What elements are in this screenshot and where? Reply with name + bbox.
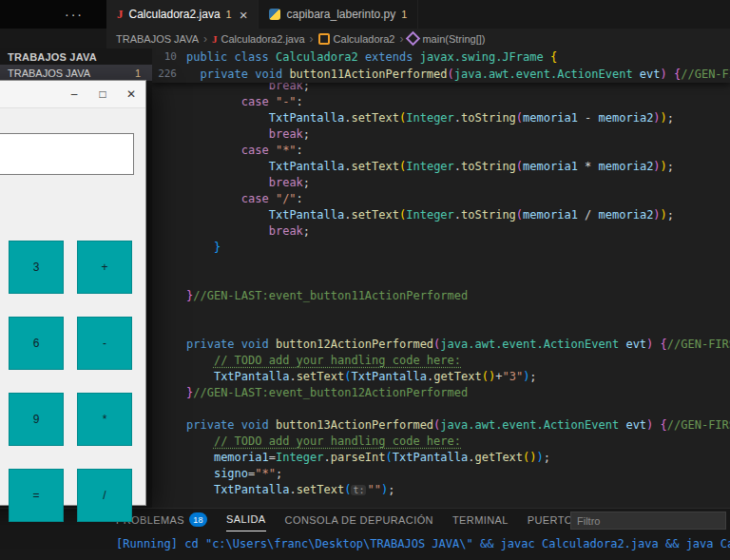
calc-button-3[interactable]: 3 <box>9 241 64 294</box>
chevron-right-icon: › <box>310 32 314 46</box>
breadcrumb-label: Calculadora2.java <box>221 33 305 45</box>
calc-button-minus[interactable]: - <box>77 317 132 370</box>
minimize-button[interactable]: – <box>60 81 88 107</box>
line-number <box>152 450 186 466</box>
calc-button-plus[interactable]: + <box>77 241 132 294</box>
code-line[interactable]: private void button13ActionPerformed(jav… <box>152 417 730 434</box>
explorer-section-header[interactable]: TRABAJOS JAVA <box>0 48 152 65</box>
line-number <box>152 94 186 110</box>
code-line[interactable] <box>152 272 730 288</box>
code-line[interactable]: break; <box>152 223 730 240</box>
code-line[interactable]: break; <box>152 175 730 191</box>
line-number <box>152 110 186 126</box>
code-editor[interactable]: 10public class Calculadora2 extends java… <box>152 48 730 509</box>
line-text: memoria1=Integer.parseInt(TxtPantalla.ge… <box>186 450 550 466</box>
close-icon[interactable]: × <box>240 8 248 22</box>
line-text: case "-": <box>186 94 303 110</box>
line-number <box>152 337 186 353</box>
breadcrumb-item[interactable]: JCalculadora2.java <box>212 33 305 45</box>
panel-tab-label: CONSOLA DE DEPURACIÓN <box>285 514 433 526</box>
calc-button-6[interactable]: 6 <box>9 317 64 370</box>
calculator-titlebar[interactable]: –□✕ <box>0 81 145 108</box>
python-icon <box>269 9 280 20</box>
code-line[interactable]: memoria1=Integer.parseInt(TxtPantalla.ge… <box>152 450 730 466</box>
panel-tab-terminal[interactable]: TERMINAL <box>452 509 509 531</box>
code-line[interactable]: }//GEN-LAST:event_button12ActionPerforme… <box>152 385 730 401</box>
problems-count-badge: 18 <box>189 512 207 527</box>
explorer-item-badge: 1 <box>135 68 144 79</box>
line-number <box>152 288 186 304</box>
line-number: 10 <box>152 48 186 66</box>
panel-tab-salida[interactable]: SALIDA <box>226 509 266 531</box>
line-text: private void button12ActionPerformed(jav… <box>186 337 730 353</box>
line-text: private void button11ActionPerformed(jav… <box>186 66 730 83</box>
line-number <box>152 175 186 191</box>
panel-tab-consola-de-depuraci-n[interactable]: CONSOLA DE DEPURACIÓN <box>285 509 433 531</box>
tab-calculadora2-java[interactable]: JCalculadora2.java1× <box>106 0 259 29</box>
code-line[interactable] <box>152 320 730 337</box>
code-line[interactable] <box>152 401 730 417</box>
line-number <box>152 304 186 320</box>
line-text: case "*": <box>186 143 303 159</box>
breadcrumb-label: Calculadora2 <box>334 33 395 45</box>
code-line[interactable] <box>152 256 730 272</box>
code-line[interactable]: // TODO add your handling code here: <box>152 434 730 450</box>
class-icon <box>318 33 330 45</box>
code-line[interactable]: TxtPantalla.setText(t:""); <box>152 482 730 498</box>
line-text: break; <box>186 126 310 143</box>
calc-button-divide[interactable]: / <box>77 469 132 522</box>
maximize-button[interactable]: □ <box>88 81 117 107</box>
code-line[interactable]: } <box>152 240 730 256</box>
code-line[interactable]: // TODO add your handling code here: <box>152 353 730 369</box>
chevron-right-icon: › <box>203 32 207 46</box>
line-number: 226 <box>152 66 186 83</box>
terminal-line: [Running] cd "c:\Users\franc\Desktop\TRA… <box>116 537 730 550</box>
sticky-line[interactable]: 10public class Calculadora2 extends java… <box>152 48 730 66</box>
line-number <box>152 482 186 498</box>
line-number <box>152 369 186 385</box>
line-number <box>152 223 186 240</box>
code-line[interactable] <box>152 304 730 320</box>
code-line[interactable]: signo="*"; <box>152 466 730 482</box>
line-number <box>152 353 186 369</box>
tab-capibara-laberinto-py[interactable]: capibara_laberinto.py1 <box>259 0 418 29</box>
line-text: }//GEN-LAST:event_button12ActionPerforme… <box>186 385 468 401</box>
tab-label: capibara_laberinto.py <box>286 8 395 21</box>
line-text: TxtPantalla.setText(Integer.toString(mem… <box>186 159 674 175</box>
filter-input[interactable] <box>570 512 726 530</box>
calculator-window: –□✕ 3+6-9*=/ <box>0 80 146 506</box>
breadcrumb-item[interactable]: main(String[]) <box>408 33 485 45</box>
code-line[interactable]: TxtPantalla.setText(TxtPantalla.getText(… <box>152 369 730 385</box>
calc-button-multiply[interactable]: * <box>77 393 132 446</box>
code-line[interactable]: TxtPantalla.setText(Integer.toString(mem… <box>152 110 730 126</box>
chevron-right-icon: › <box>399 32 403 46</box>
code-line[interactable]: case "/": <box>152 191 730 207</box>
calculator-display[interactable] <box>0 133 134 175</box>
line-text: public class Calculadora2 extends javax.… <box>186 48 557 66</box>
sticky-line[interactable]: 226 private void button11ActionPerformed… <box>152 66 730 83</box>
ellipsis-icon[interactable]: ··· <box>65 7 84 22</box>
window-menu[interactable]: ··· <box>0 0 106 29</box>
breadcrumb-item[interactable]: TRABAJOS JAVA <box>116 33 199 45</box>
calc-button-equals[interactable]: = <box>9 469 64 522</box>
calc-button-9[interactable]: 9 <box>9 393 64 446</box>
terminal-output[interactable]: [Running] cd "c:\Users\franc\Desktop\TRA… <box>0 531 730 550</box>
line-text: break; <box>186 223 310 240</box>
window-controls: –□✕ <box>60 81 145 107</box>
code-body: break; case "-": TxtPantalla.setText(Int… <box>152 78 730 498</box>
code-line[interactable]: break; <box>152 126 730 143</box>
titlebar: ··· JCalculadora2.java1×capibara_laberin… <box>0 0 730 29</box>
code-line[interactable]: case "-": <box>152 94 730 110</box>
close-button[interactable]: ✕ <box>117 81 145 107</box>
code-line[interactable]: private void button12ActionPerformed(jav… <box>152 337 730 353</box>
breadcrumb-item[interactable]: Calculadora2 <box>318 33 395 45</box>
tab-problems-badge: 1 <box>401 9 407 20</box>
code-line[interactable]: }//GEN-LAST:event_button11ActionPerforme… <box>152 288 730 304</box>
code-line[interactable]: case "*": <box>152 143 730 159</box>
line-number <box>152 320 186 337</box>
code-line[interactable]: TxtPantalla.setText(Integer.toString(mem… <box>152 159 730 175</box>
code-line[interactable]: TxtPantalla.setText(Integer.toString(mem… <box>152 207 730 223</box>
line-text: TxtPantalla.setText(t:""); <box>186 482 394 498</box>
explorer-item-trabajos-java[interactable]: TRABAJOS JAVA 1 <box>0 65 152 81</box>
line-number <box>152 207 186 223</box>
